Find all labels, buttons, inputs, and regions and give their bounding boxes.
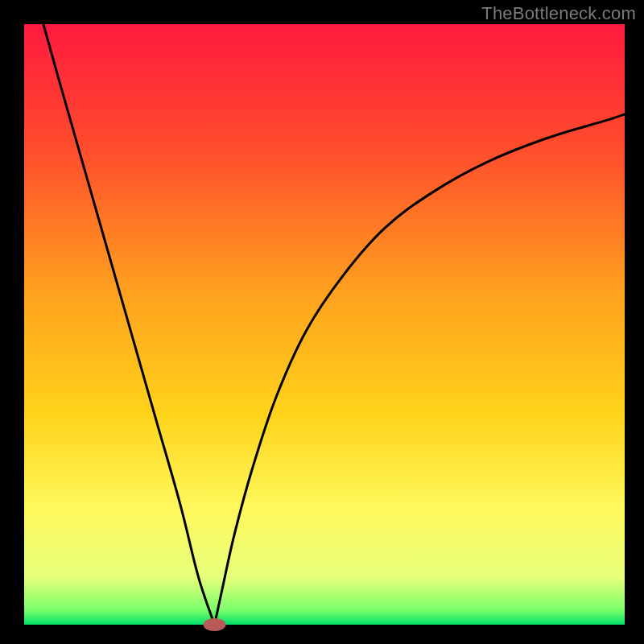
- bottleneck-chart: [0, 0, 644, 644]
- watermark-text: TheBottleneck.com: [481, 3, 636, 24]
- chart-frame: TheBottleneck.com: [0, 0, 644, 644]
- min-point-marker: [203, 618, 225, 631]
- plot-background: [24, 24, 625, 625]
